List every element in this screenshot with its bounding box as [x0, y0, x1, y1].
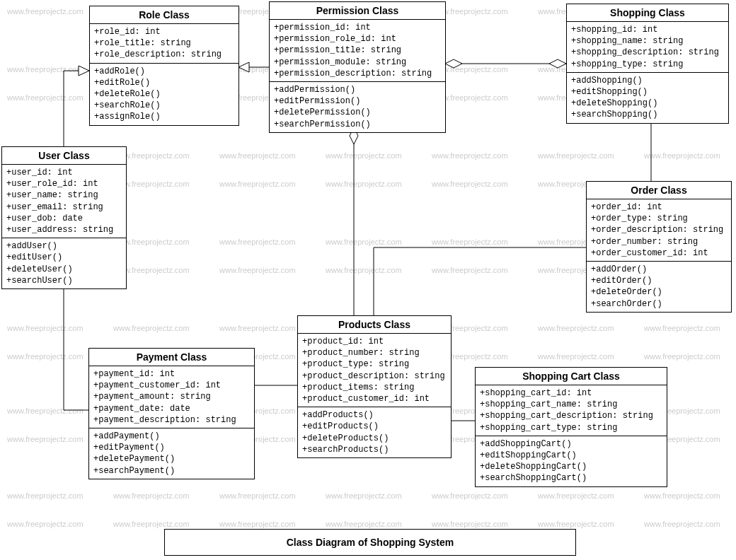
attr: +product_items: string — [302, 382, 447, 393]
attr: +user_name: string — [6, 189, 122, 201]
attr: +product_type: string — [302, 358, 447, 370]
attr: +shopping_cart_name: string — [480, 399, 662, 410]
class-ops: +addPayment() +editPayment() +deletePaym… — [89, 428, 254, 479]
op: +editPayment() — [93, 442, 250, 453]
class-user: User Class +user_id: int +user_role_id: … — [1, 146, 127, 289]
class-title: Products Class — [298, 316, 451, 334]
attr: +product_description: string — [302, 371, 447, 382]
attr: +shopping_type: string — [571, 59, 724, 70]
attr: +user_email: string — [6, 202, 122, 213]
diagram-caption: Class Diagram of Shopping System — [164, 529, 576, 556]
class-attrs: +shopping_cart_id: int +shopping_cart_na… — [476, 385, 667, 436]
class-ops: +addShoppingCart() +editShoppingCart() +… — [476, 436, 667, 486]
class-shopping-cart: Shopping Cart Class +shopping_cart_id: i… — [475, 367, 667, 487]
attr: +shopping_id: int — [571, 24, 724, 35]
attr: +payment_amount: string — [93, 391, 250, 402]
attr: +permission_description: string — [274, 68, 441, 79]
class-permission: Permission Class +permission_id: int +pe… — [269, 1, 446, 133]
class-order: Order Class +order_id: int +order_type: … — [586, 181, 732, 313]
attr: +payment_date: date — [93, 403, 250, 414]
attr: +user_id: int — [6, 167, 122, 178]
attr: +shopping_cart_id: int — [480, 387, 662, 399]
op: +deleteRole() — [94, 88, 234, 100]
class-role: Role Class +role_id: int +role_title: st… — [89, 6, 239, 126]
op: +editRole() — [94, 77, 234, 88]
op: +addRole() — [94, 66, 234, 77]
attr: +payment_customer_id: int — [93, 380, 250, 391]
op: +addProducts() — [302, 409, 447, 421]
attr: +product_number: string — [302, 347, 447, 358]
class-attrs: +role_id: int +role_title: string +role_… — [90, 24, 238, 64]
op: +editShopping() — [571, 86, 724, 98]
attr: +order_description: string — [591, 224, 727, 235]
class-title: Payment Class — [89, 349, 254, 366]
attr: +product_customer_id: int — [302, 393, 447, 404]
op: +deletePermission() — [274, 107, 441, 118]
op: +deleteShoppingCart() — [480, 461, 662, 472]
op: +editShoppingCart() — [480, 450, 662, 461]
op: +searchShoppingCart() — [480, 472, 662, 484]
op: +addOrder() — [591, 264, 727, 275]
attr: +order_type: string — [591, 213, 727, 224]
op: +addPayment() — [93, 431, 250, 442]
op: +addPermission() — [274, 84, 441, 95]
op: +searchProducts() — [302, 444, 447, 455]
op: +editProducts() — [302, 421, 447, 432]
class-attrs: +permission_id: int +permission_role_id:… — [270, 20, 445, 82]
attr: +shopping_name: string — [571, 35, 724, 47]
op: +deleteOrder() — [591, 286, 727, 298]
attr: +permission_module: string — [274, 57, 441, 68]
op: +editPermission() — [274, 95, 441, 107]
class-ops: +addProducts() +editProducts() +deletePr… — [298, 407, 451, 457]
attr: +permission_id: int — [274, 22, 441, 33]
class-ops: +addUser() +editUser() +deleteUser() +se… — [2, 238, 126, 288]
op: +searchRole() — [94, 100, 234, 111]
attr: +product_id: int — [302, 336, 447, 347]
attr: +user_address: string — [6, 224, 122, 235]
op: +searchPermission() — [274, 119, 441, 130]
op: +addShoppingCart() — [480, 438, 662, 450]
op: +deleteUser() — [6, 264, 122, 275]
op: +deleteProducts() — [302, 433, 447, 444]
class-ops: +addOrder() +editOrder() +deleteOrder() … — [587, 262, 731, 312]
attr: +order_customer_id: int — [591, 247, 727, 259]
class-ops: +addShopping() +editShopping() +deleteSh… — [567, 73, 728, 123]
attr: +permission_role_id: int — [274, 33, 441, 45]
attr: +shopping_cart_type: string — [480, 422, 662, 433]
class-ops: +addRole() +editRole() +deleteRole() +se… — [90, 64, 238, 125]
class-attrs: +payment_id: int +payment_customer_id: i… — [89, 366, 254, 428]
op: +addShopping() — [571, 75, 724, 86]
class-title: Shopping Cart Class — [476, 368, 667, 385]
class-products: Products Class +product_id: int +product… — [297, 315, 452, 458]
class-title: Shopping Class — [567, 4, 728, 22]
attr: +role_description: string — [94, 49, 234, 60]
class-title: Permission Class — [270, 2, 445, 20]
op: +editOrder() — [591, 275, 727, 286]
attr: +permission_title: string — [274, 45, 441, 56]
attr: +role_title: string — [94, 37, 234, 49]
attr: +user_dob: date — [6, 213, 122, 224]
op: +assignRole() — [94, 111, 234, 122]
class-shopping: Shopping Class +shopping_id: int +shoppi… — [566, 4, 729, 124]
svg-marker-4 — [549, 59, 566, 68]
svg-marker-1 — [238, 62, 249, 72]
class-title: Role Class — [90, 6, 238, 24]
op: +addUser() — [6, 240, 122, 252]
op: +deletePayment() — [93, 453, 250, 465]
op: +deleteShopping() — [571, 98, 724, 109]
svg-marker-3 — [445, 59, 462, 68]
class-attrs: +shopping_id: int +shopping_name: string… — [567, 22, 728, 73]
op: +editUser() — [6, 252, 122, 263]
op: +searchOrder() — [591, 298, 727, 310]
op: +searchPayment() — [93, 465, 250, 477]
op: +searchShopping() — [571, 109, 724, 120]
class-attrs: +user_id: int +user_role_id: int +user_n… — [2, 165, 126, 238]
class-title: User Class — [2, 147, 126, 165]
attr: +payment_description: string — [93, 414, 250, 426]
attr: +shopping_description: string — [571, 47, 724, 58]
attr: +role_id: int — [94, 26, 234, 37]
attr: +shopping_cart_description: string — [480, 410, 662, 421]
class-ops: +addPermission() +editPermission() +dele… — [270, 82, 445, 132]
svg-marker-7 — [79, 66, 89, 76]
attr: +order_number: string — [591, 236, 727, 247]
